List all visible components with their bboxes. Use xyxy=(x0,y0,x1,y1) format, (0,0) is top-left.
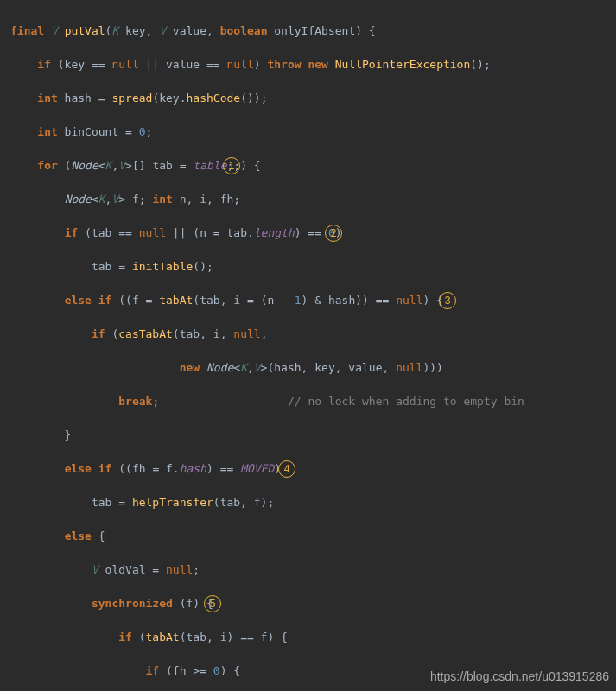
code-block: final V putVal(K key, V value, boolean o… xyxy=(0,0,616,691)
watermark: https://blog.csdn.net/u013915286 xyxy=(430,668,609,686)
annotation-4: 4 xyxy=(278,460,295,478)
annotation-5: 5 xyxy=(204,595,221,612)
annotation-3: 3 xyxy=(439,292,456,309)
annotation-2: 2 xyxy=(325,225,342,242)
annotation-1: 1 xyxy=(223,157,240,174)
